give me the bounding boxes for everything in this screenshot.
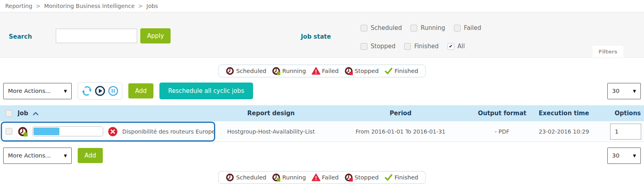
caret-down-icon: ▼: [64, 154, 67, 158]
checkbox-stopped[interactable]: [361, 43, 367, 50]
checkbox-running[interactable]: [410, 25, 417, 32]
apply-button[interactable]: Apply: [140, 28, 171, 43]
checkbox-label: All: [457, 43, 465, 50]
clock-running-icon: [272, 67, 281, 75]
refresh-icon[interactable]: [82, 86, 92, 96]
cancel-job-icon[interactable]: [108, 126, 118, 137]
column-header-job[interactable]: Job: [18, 110, 28, 117]
pause-icon[interactable]: [108, 86, 118, 96]
page-size-select[interactable]: 30 ▼: [607, 83, 641, 99]
play-icon[interactable]: [95, 86, 105, 96]
status-legend-bottom: Scheduled Running Failed Stopped Finishe…: [0, 171, 644, 184]
legend-label: Failed: [322, 68, 339, 74]
job-state-option-running[interactable]: Running: [410, 24, 445, 32]
check-icon: [384, 67, 393, 75]
search-label: Search: [9, 33, 32, 40]
breadcrumb: Reporting > Monitoring Business Intellig…: [0, 0, 644, 12]
sort-asc-icon[interactable]: [33, 111, 39, 116]
job-state-option-scheduled[interactable]: Scheduled: [361, 24, 402, 32]
clock-stopped-icon: [344, 173, 353, 182]
breadcrumb-monitoring-business-intelligence[interactable]: Monitoring Business Intelligence: [44, 3, 135, 9]
checkbox-all[interactable]: ✔: [448, 43, 454, 50]
job-state-option-stopped[interactable]: Stopped: [361, 43, 395, 50]
clock-scheduled-icon: [226, 67, 234, 75]
reschedule-all-cyclic-jobs-button[interactable]: Reschedule all cyclic jobs: [159, 83, 253, 99]
table-header-row: Job Report design Period Output format E…: [0, 105, 644, 121]
breadcrumb-reporting[interactable]: Reporting: [5, 3, 32, 9]
legend-scheduled: Scheduled: [226, 173, 266, 182]
breadcrumb-separator: >: [36, 3, 41, 9]
legend-label: Scheduled: [236, 174, 266, 181]
legend-label: Failed: [322, 174, 339, 181]
clock-running-icon: [18, 126, 28, 137]
row-options-input[interactable]: [610, 124, 641, 140]
legend-label: Finished: [395, 68, 418, 74]
row-report-design: Hostgroup-Host-Availability-List: [215, 128, 327, 135]
bottom-toolbar: More Actions... ▼ Add 30 ▼: [3, 147, 641, 164]
breadcrumb-separator: >: [138, 3, 143, 9]
legend-label: Scheduled: [236, 68, 266, 74]
filters-tab[interactable]: Filters: [593, 46, 623, 57]
row-output-format: - PDF: [474, 128, 530, 135]
more-actions-select-bottom[interactable]: More Actions... ▼: [3, 148, 72, 164]
checkbox-scheduled[interactable]: [361, 25, 367, 32]
more-actions-label: More Actions...: [8, 152, 51, 159]
warning-triangle-icon: [312, 173, 320, 182]
jobs-table: Job Report design Period Output format E…: [0, 105, 644, 142]
search-input[interactable]: [56, 29, 137, 43]
job-state-option-all[interactable]: ✔ All: [448, 43, 465, 50]
legend-finished: Finished: [384, 173, 418, 182]
row-execution-time: 23-02-2016 10:29: [530, 128, 598, 135]
job-state-options-row-1: Scheduled Running Failed: [361, 24, 481, 32]
select-all-checkbox[interactable]: [6, 110, 12, 117]
check-icon: [384, 173, 393, 182]
legend-box: Scheduled Running Failed Stopped Finishe…: [218, 65, 425, 77]
status-legend-top: Scheduled Running Failed Stopped Finishe…: [0, 65, 644, 77]
legend-label: Stopped: [355, 68, 379, 74]
checkbox-label: Scheduled: [371, 24, 402, 32]
legend-running: Running: [272, 67, 306, 75]
legend-running: Running: [272, 173, 306, 182]
legend-label: Running: [282, 68, 306, 74]
legend-stopped: Stopped: [344, 173, 379, 182]
job-state-options-row-2: Stopped Finished ✔ All: [361, 43, 465, 50]
column-header-execution-time[interactable]: Execution time: [530, 110, 598, 117]
column-header-options: Options: [598, 110, 644, 117]
legend-label: Stopped: [355, 174, 379, 181]
clock-running-icon: [272, 173, 281, 182]
page-size-value: 30: [612, 88, 619, 94]
add-button-bottom[interactable]: Add: [78, 148, 103, 163]
job-control-icons: [78, 82, 122, 100]
checkbox-failed[interactable]: [454, 25, 461, 32]
job-state-option-failed[interactable]: Failed: [454, 24, 481, 32]
add-button[interactable]: Add: [128, 83, 153, 98]
page-size-value: 30: [612, 152, 619, 159]
checkbox-finished[interactable]: [404, 43, 411, 50]
legend-scheduled: Scheduled: [226, 67, 266, 75]
checkbox-label: Running: [420, 24, 445, 32]
caret-down-icon: ▼: [64, 89, 67, 93]
job-name[interactable]: Disponibilité des routeurs Europe: [122, 128, 215, 135]
legend-failed: Failed: [312, 173, 339, 182]
more-actions-select[interactable]: More Actions... ▼: [3, 83, 72, 99]
breadcrumb-jobs[interactable]: Jobs: [147, 3, 158, 9]
table-row: Disponibilité des routeurs Europe Hostgr…: [0, 121, 644, 142]
legend-label: Finished: [395, 174, 418, 181]
column-header-report-design[interactable]: Report design: [215, 110, 327, 117]
column-header-output-format[interactable]: Output format: [474, 110, 530, 117]
caret-down-icon: ▼: [633, 154, 636, 158]
legend-failed: Failed: [312, 67, 339, 75]
job-progress-fill: [33, 128, 59, 135]
column-header-period[interactable]: Period: [327, 110, 474, 117]
row-checkbox[interactable]: [6, 128, 12, 135]
clock-scheduled-icon: [226, 173, 234, 182]
page-size-select-bottom[interactable]: 30 ▼: [607, 148, 641, 164]
more-actions-label: More Actions...: [8, 88, 51, 94]
legend-box: Scheduled Running Failed Stopped Finishe…: [218, 171, 425, 184]
checkbox-label: Stopped: [371, 43, 395, 50]
filter-panel: Search Apply Job state Scheduled Running…: [0, 12, 644, 58]
job-state-option-finished[interactable]: Finished: [404, 43, 438, 50]
warning-triangle-icon: [312, 67, 320, 75]
clock-stopped-icon: [344, 67, 353, 75]
legend-label: Running: [282, 174, 306, 181]
